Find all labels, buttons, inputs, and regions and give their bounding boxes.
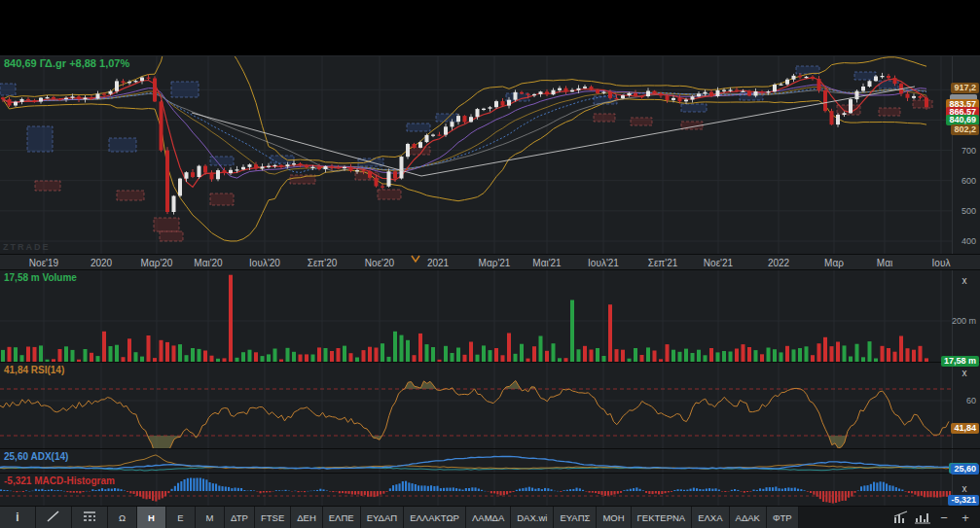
toolbar-right-group: − + bbox=[890, 507, 980, 528]
symbol-button-Ε[interactable]: Ε bbox=[166, 507, 196, 528]
time-axis-label: Μαρ bbox=[811, 258, 857, 268]
adx-label: 25,60 ADX(14) bbox=[4, 451, 68, 462]
panel-separator bbox=[0, 362, 980, 363]
time-axis-label: Νοε'19 bbox=[20, 258, 67, 268]
symbol-button-ΕΛΠΕ[interactable]: ΕΛΠΕ bbox=[323, 507, 361, 528]
symbol-tabs: ΩΗΕΜΔΤΡFTSEΔΕΗΕΛΠΕΕΥΔΑΠΕΛΛΑΚΤΩΡΛΑΜΔΑDAX.… bbox=[108, 507, 799, 528]
adx-panel bbox=[0, 449, 952, 474]
macd-canvas[interactable] bbox=[0, 474, 952, 507]
time-axis-label: Σεπ'21 bbox=[639, 258, 686, 268]
price-axis-tick: 400 bbox=[962, 236, 976, 246]
symbol-button-Η[interactable]: Η bbox=[137, 507, 166, 528]
price-badge: 25,60 bbox=[951, 464, 979, 475]
volume-panel bbox=[0, 270, 952, 363]
time-axis-label: Νοε'20 bbox=[356, 258, 403, 268]
trading-app-screen: 840,69 ΓΔ.gr +8,88 1,07% ZTRADE 17,58 m … bbox=[0, 0, 980, 528]
price-axis-tick: 200 m bbox=[952, 316, 976, 326]
price-badge: -5,321 bbox=[948, 495, 979, 506]
main-price-panel bbox=[0, 56, 952, 255]
zoom-out-button[interactable]: − bbox=[933, 507, 955, 528]
indicators-list-button[interactable] bbox=[72, 507, 108, 528]
draw-line-button[interactable] bbox=[36, 507, 72, 528]
time-axis-label: Σεπ'20 bbox=[299, 258, 345, 268]
time-axis-label: 2021 bbox=[415, 258, 461, 268]
time-axis-label: Μαρ'21 bbox=[471, 258, 518, 268]
time-axis-label: Ιουλ'21 bbox=[580, 258, 627, 268]
volume-bars-icon bbox=[914, 510, 931, 524]
panel-separator bbox=[0, 254, 980, 255]
symbol-button-ΔΤΡ[interactable]: ΔΤΡ bbox=[225, 507, 255, 528]
chart-top-border bbox=[0, 55, 980, 56]
symbol-button-ΕΥΔΑΠ[interactable]: ΕΥΔΑΠ bbox=[361, 507, 405, 528]
top-black-area bbox=[0, 0, 980, 56]
price-axis-tick: 500 bbox=[962, 206, 976, 216]
axis-event-marker-icon bbox=[410, 250, 421, 267]
symbol-button-ΕΛΛΑΚΤΩΡ[interactable]: ΕΛΛΑΚΤΩΡ bbox=[404, 507, 466, 528]
chart-analytics-button[interactable] bbox=[890, 507, 912, 528]
symbol-button-FTSE[interactable]: FTSE bbox=[255, 507, 291, 528]
panel-close-button-macd[interactable]: x bbox=[959, 483, 970, 494]
symbol-button-ΕΛΧΑ[interactable]: ΕΛΧΑ bbox=[692, 507, 729, 528]
symbol-button-ΜΟΗ[interactable]: ΜΟΗ bbox=[597, 507, 631, 528]
ztrade-watermark: ZTRADE bbox=[3, 242, 51, 252]
price-axis-tick: 700 bbox=[962, 146, 976, 156]
adx-canvas[interactable] bbox=[0, 449, 952, 474]
panel-separator bbox=[0, 269, 980, 270]
price-badge: 802,2 bbox=[951, 124, 979, 135]
volume-canvas[interactable] bbox=[0, 270, 952, 363]
symbol-button-Μ[interactable]: Μ bbox=[196, 507, 225, 528]
quote-header: 840,69 ΓΔ.gr +8,88 1,07% bbox=[4, 57, 129, 69]
symbol-button-ΦΤΡ[interactable]: ΦΤΡ bbox=[767, 507, 799, 528]
symbol-button-ΓΕΚΤΕΡΝΑ[interactable]: ΓΕΚΤΕΡΝΑ bbox=[632, 507, 693, 528]
symbol-button-ΛΑΜΔΑ[interactable]: ΛΑΜΔΑ bbox=[466, 507, 511, 528]
zoom-in-button[interactable]: + bbox=[955, 507, 976, 528]
time-axis-label: Μαρ'20 bbox=[133, 258, 180, 268]
symbol-button-ΕΥΑΠΣ[interactable]: ΕΥΑΠΣ bbox=[554, 507, 597, 528]
panel-separator bbox=[0, 473, 980, 474]
time-axis-label: Μαι'20 bbox=[185, 258, 232, 268]
panel-separator bbox=[0, 448, 980, 449]
volume-toggle-button[interactable] bbox=[912, 507, 933, 528]
macd-label: -5,321 MACD-Histogram bbox=[4, 475, 115, 486]
price-badge: 41,84 bbox=[951, 423, 979, 434]
candlestick-chart-icon bbox=[892, 510, 910, 524]
price-axis-tick: 60 bbox=[966, 396, 976, 405]
panel-close-button-rsi[interactable]: x bbox=[959, 368, 970, 378]
time-axis-label: 2022 bbox=[755, 258, 802, 268]
symbol-button-ΑΔΑΚ[interactable]: ΑΔΑΚ bbox=[730, 507, 767, 528]
bottom-toolbar: i ΩΗΕΜΔΤΡFTSEΔΕΗΕΛΠΕΕΥΔΑΠΕΛΛΑΚΤΩΡΛΑΜΔΑDA… bbox=[0, 507, 980, 528]
symbol-button-Ω[interactable]: Ω bbox=[108, 507, 137, 528]
panel-close-button-volume[interactable]: x bbox=[959, 275, 970, 286]
rsi-panel bbox=[0, 363, 952, 449]
price-badge: 17,58 m bbox=[941, 356, 979, 367]
price-axis-tick: 600 bbox=[962, 176, 976, 186]
time-axis-label: Ιουλ'20 bbox=[241, 258, 288, 268]
price-badge: 917,2 bbox=[951, 83, 979, 93]
rsi-label: 41,84 RSI(14) bbox=[4, 365, 64, 375]
info-button[interactable]: i bbox=[0, 507, 36, 528]
list-icon bbox=[82, 510, 97, 525]
time-axis-label: Ιουλ bbox=[918, 258, 964, 268]
pencil-icon bbox=[46, 510, 61, 525]
main-chart-canvas[interactable] bbox=[0, 56, 952, 255]
symbol-button-ΔΕΗ[interactable]: ΔΕΗ bbox=[291, 507, 323, 528]
rsi-canvas[interactable] bbox=[0, 363, 952, 449]
time-axis-label: Μαι bbox=[861, 258, 908, 268]
macd-panel bbox=[0, 474, 952, 507]
time-axis-label: Μαι'21 bbox=[524, 258, 570, 268]
info-icon: i bbox=[16, 510, 18, 524]
symbol-button-DAX.wi[interactable]: DAX.wi bbox=[511, 507, 554, 528]
volume-label: 17,58 m Volume bbox=[4, 272, 77, 283]
time-axis-label: Νοε'21 bbox=[695, 258, 742, 268]
time-axis-label: 2020 bbox=[78, 258, 125, 268]
